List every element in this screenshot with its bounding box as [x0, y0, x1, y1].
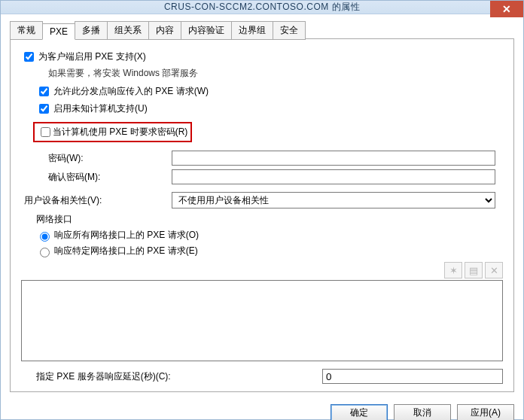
- row-unknown-support: 启用未知计算机支持(U): [36, 102, 503, 116]
- delete-icon: ✕: [490, 265, 498, 276]
- tab-strip: 常规 PXE 多播 组关系 内容 内容验证 边界组 安全: [10, 20, 514, 39]
- row-delay: 指定 PXE 服务器响应延迟(秒)(C):: [21, 369, 503, 384]
- input-delay[interactable]: [322, 369, 503, 384]
- tab-pxe[interactable]: PXE: [42, 23, 75, 40]
- checkbox-unknown-support[interactable]: [39, 104, 49, 114]
- window-title: CRUS-CON-SCCM2.CONTOSO.COM 的属性: [164, 1, 360, 14]
- input-password[interactable]: [172, 151, 495, 166]
- radio-respond-all[interactable]: [40, 232, 50, 242]
- radio-respond-specific[interactable]: [40, 248, 50, 257]
- properties-dialog: CRUS-CON-SCCM2.CONTOSO.COM 的属性 ✕ 常规 PXE …: [0, 0, 524, 420]
- tab-security[interactable]: 安全: [273, 21, 306, 40]
- tab-boundary-groups[interactable]: 边界组: [231, 21, 273, 40]
- row-radio-specific: 响应特定网络接口上的 PXE 请求(E): [36, 245, 503, 257]
- row-uda: 用户设备相关性(V): 不使用用户设备相关性: [21, 192, 503, 208]
- ok-button[interactable]: 确定: [331, 404, 388, 420]
- close-icon: ✕: [502, 3, 511, 15]
- row-allow-incoming: 允许此分发点响应传入的 PXE 请求(W): [36, 84, 503, 99]
- apply-button[interactable]: 应用(A): [457, 404, 514, 420]
- nic-delete-button[interactable]: ✕: [485, 262, 503, 278]
- hint-install-wds: 如果需要，将安装 Windows 部署服务: [48, 67, 503, 80]
- label-unknown-support: 启用未知计算机支持(U): [53, 102, 148, 115]
- dialog-content: 常规 PXE 多播 组关系 内容 内容验证 边界组 安全 为客户端启用 PXE …: [1, 14, 523, 398]
- tab-content[interactable]: 内容: [148, 21, 181, 40]
- checkbox-require-password[interactable]: [41, 127, 50, 137]
- row-radio-all: 响应所有网络接口上的 PXE 请求(O): [36, 229, 503, 242]
- tab-multicast[interactable]: 多播: [75, 21, 108, 40]
- row-enable-pxe-support: 为客户端启用 PXE 支持(X): [21, 50, 503, 64]
- label-respond-all: 响应所有网络接口上的 PXE 请求(O): [54, 229, 199, 242]
- label-delay: 指定 PXE 服务器响应延迟(秒)(C):: [21, 370, 322, 383]
- title-bar: CRUS-CON-SCCM2.CONTOSO.COM 的属性 ✕: [1, 1, 523, 14]
- label-uda: 用户设备相关性(V):: [21, 194, 172, 207]
- checkbox-enable-pxe-support[interactable]: [24, 52, 34, 62]
- checkbox-allow-incoming[interactable]: [39, 87, 49, 96]
- nic-listbox[interactable]: [21, 280, 503, 361]
- grid-icon: ▤: [469, 265, 478, 276]
- tab-panel-pxe: 为客户端启用 PXE 支持(X) 如果需要，将安装 Windows 部署服务 允…: [10, 38, 514, 392]
- star-icon: ✶: [449, 265, 458, 276]
- row-confirm-password: 确认密码(M):: [21, 169, 503, 184]
- label-allow-incoming: 允许此分发点响应传入的 PXE 请求(W): [53, 85, 209, 98]
- row-password: 密码(W):: [21, 151, 503, 166]
- select-uda[interactable]: 不使用用户设备相关性: [172, 192, 495, 208]
- tab-group-relations[interactable]: 组关系: [107, 21, 149, 40]
- input-confirm-password[interactable]: [172, 169, 495, 184]
- label-confirm-password: 确认密码(M):: [21, 171, 172, 184]
- highlight-require-password: 当计算机使用 PXE 时要求密码(R): [33, 122, 192, 142]
- tab-general[interactable]: 常规: [10, 21, 43, 40]
- label-respond-specific: 响应特定网络接口上的 PXE 请求(E): [54, 245, 198, 257]
- dialog-footer: 确定 取消 应用(A): [1, 398, 523, 420]
- close-button[interactable]: ✕: [490, 1, 523, 17]
- label-network-group: 网络接口: [36, 213, 503, 226]
- nic-edit-button[interactable]: ▤: [465, 262, 483, 278]
- tab-content-validation[interactable]: 内容验证: [181, 21, 232, 40]
- cancel-button[interactable]: 取消: [394, 404, 451, 420]
- nic-toolbar: ✶ ▤ ✕: [21, 262, 503, 278]
- label-require-password: 当计算机使用 PXE 时要求密码(R): [53, 126, 187, 138]
- label-enable-pxe-support: 为客户端启用 PXE 支持(X): [38, 50, 146, 63]
- nic-add-button[interactable]: ✶: [444, 262, 462, 278]
- label-password: 密码(W):: [21, 152, 172, 165]
